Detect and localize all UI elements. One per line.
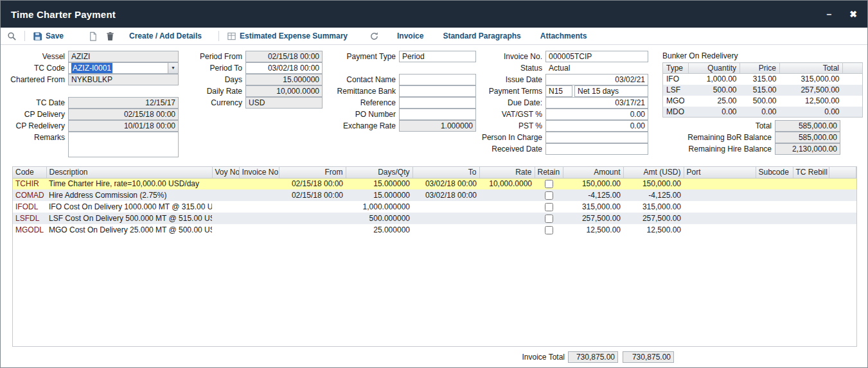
grid-header-rate[interactable]: Rate xyxy=(479,167,535,178)
retain-checkbox[interactable] xyxy=(545,226,553,234)
grid-row[interactable]: TCHIR Time Charter Hire, rate=10,000.00 … xyxy=(13,178,856,189)
po-number-field[interactable] xyxy=(399,109,476,120)
bunker-row[interactable]: IFO 1,000.00 315.00 315,000.00 xyxy=(663,74,863,85)
grid-header-to[interactable]: To xyxy=(412,167,479,178)
pst-row: PST % 0.00 xyxy=(481,120,648,132)
tc-code-dropdown-button[interactable]: ▼ xyxy=(168,63,178,73)
payment-type-row: Payment Type Period xyxy=(335,51,476,62)
bunker-cell-price: 515.00 xyxy=(740,85,780,96)
vessel-row: Vessel AZIZI xyxy=(10,51,179,62)
search-button[interactable] xyxy=(7,31,17,41)
payment-type-field[interactable]: Period xyxy=(399,51,476,62)
vessel-field[interactable]: AZIZI xyxy=(68,51,179,62)
period-to-field[interactable]: 03/02/18 00:00 xyxy=(245,62,323,74)
issue-date-field[interactable]: 03/02/21 xyxy=(545,74,648,85)
bunker-cell-filler xyxy=(843,107,863,118)
cell-invoice-no xyxy=(239,189,279,201)
copy-invoice-button[interactable] xyxy=(88,31,98,41)
cell-retain xyxy=(535,201,563,213)
cp-redelivery-field[interactable]: 10/01/18 00:00 xyxy=(68,120,179,132)
minimize-button[interactable]: – xyxy=(826,10,831,19)
refresh-button[interactable] xyxy=(369,31,379,41)
attachments-button[interactable]: Attachments xyxy=(540,31,587,40)
cell-voy-no xyxy=(212,201,239,213)
received-date-field[interactable] xyxy=(545,143,648,155)
cell-filler xyxy=(829,178,856,189)
cell-to xyxy=(412,201,479,213)
due-date-field[interactable]: 03/17/21 xyxy=(545,97,648,109)
invoice-total-row: Invoice Total 730,875.00 730,875.00 xyxy=(450,351,674,363)
cell-description: LSF Cost On Delivery 500.000 MT @ 515.00… xyxy=(46,213,212,224)
grid-header-code[interactable]: Code xyxy=(13,167,46,178)
remittance-bank-field[interactable] xyxy=(399,85,476,97)
payment-terms-desc-field[interactable]: Net 15 days xyxy=(574,85,648,97)
cp-delivery-field[interactable]: 02/15/18 00:00 xyxy=(68,109,179,120)
grid-header-amount[interactable]: Amount xyxy=(563,167,623,178)
grid-header-amt-usd[interactable]: Amt (USD) xyxy=(623,167,684,178)
currency-field[interactable]: USD xyxy=(245,97,323,109)
delete-button[interactable] xyxy=(105,31,115,41)
charges-grid-panel: Code Description Voy No. Invoice No. Fro… xyxy=(12,166,857,347)
grid-header-retain[interactable]: Retain xyxy=(535,167,563,178)
grid-header-days-qty[interactable]: Days/Qty xyxy=(346,167,412,178)
bunker-row[interactable]: LSF 500.00 515.00 257,500.00 xyxy=(663,85,863,96)
cell-filler xyxy=(829,189,856,201)
remarks-field[interactable] xyxy=(68,132,179,157)
invoice-no-field[interactable]: 000005TCIP xyxy=(545,51,648,62)
grid-header-voy-no[interactable]: Voy No. xyxy=(212,167,239,178)
person-in-charge-field[interactable] xyxy=(545,132,648,143)
close-button[interactable]: ✖ xyxy=(849,10,857,19)
contact-name-field[interactable] xyxy=(399,74,476,85)
tc-date-field[interactable]: 12/15/17 xyxy=(68,97,179,109)
chartered-from-field[interactable]: NYKBULKP xyxy=(68,74,179,85)
vat-gst-field[interactable]: 0.00 xyxy=(545,109,648,120)
create-add-details-button[interactable]: Create / Add Details xyxy=(129,31,202,40)
cell-invoice-no xyxy=(239,224,279,236)
bunker-row[interactable]: MGO 25.00 500.00 12,500.00 xyxy=(663,96,863,107)
grid-row[interactable]: IFODL IFO Cost On Delivery 1000.000 MT @… xyxy=(13,201,856,213)
remarks-label: Remarks xyxy=(10,132,66,143)
standard-paragraphs-button[interactable]: Standard Paragraphs xyxy=(443,31,520,40)
due-date-row: Due Date: 03/17/21 xyxy=(481,97,648,109)
period-from-field[interactable]: 02/15/18 00:00 xyxy=(245,51,323,62)
estimated-expense-summary-button[interactable]: Estimated Expense Summary xyxy=(227,31,348,41)
tc-code-field[interactable]: AZIZ-I0001 ▼ xyxy=(68,62,179,74)
grid-header-invoice-no[interactable]: Invoice No. xyxy=(239,167,279,178)
tc-code-selected-text: AZIZ-I0001 xyxy=(71,63,112,73)
retain-checkbox[interactable] xyxy=(545,180,553,188)
cell-filler xyxy=(829,201,856,213)
bunker-header-total[interactable]: Total xyxy=(780,63,843,74)
grid-header-tc-rebill[interactable]: TC Rebill xyxy=(793,167,829,178)
save-button[interactable]: Save xyxy=(33,31,64,41)
payment-terms-code-field[interactable]: N15 xyxy=(545,85,572,97)
toolbar: Save Create / Add Details Est xyxy=(1,28,867,45)
grid-header-port[interactable]: Port xyxy=(684,167,756,178)
grid-row[interactable]: COMAD Hire Address Commission (2.75%) 02… xyxy=(13,189,856,201)
cell-filler xyxy=(829,213,856,224)
bunker-row[interactable]: MDO 0.00 0.00 0.00 xyxy=(663,107,863,118)
bunker-cell-total: 0.00 xyxy=(780,107,843,118)
bunker-header-type[interactable]: Type xyxy=(663,63,689,74)
retain-checkbox[interactable] xyxy=(545,191,553,200)
grid-header-description[interactable]: Description xyxy=(46,167,212,178)
retain-checkbox[interactable] xyxy=(545,215,553,223)
grid-row[interactable]: LSFDL LSF Cost On Delivery 500.000 MT @ … xyxy=(13,213,856,224)
grid-header-from[interactable]: From xyxy=(279,167,346,178)
daily-rate-field[interactable]: 10,000.0000 xyxy=(245,85,323,97)
bunker-header-quantity[interactable]: Quantity xyxy=(689,63,740,74)
pst-field[interactable]: 0.00 xyxy=(545,120,648,132)
days-field[interactable]: 15.000000 xyxy=(245,74,323,85)
bunker-total-field: 585,000.00 xyxy=(775,120,840,132)
cell-invoice-no xyxy=(239,178,279,189)
bunker-header-price[interactable]: Price xyxy=(740,63,780,74)
reference-field[interactable] xyxy=(399,97,476,109)
grid-header-subcode[interactable]: Subcode xyxy=(756,167,793,178)
retain-checkbox[interactable] xyxy=(545,203,553,211)
person-in-charge-row: Person In Charge xyxy=(481,132,648,143)
invoice-button[interactable]: Invoice xyxy=(397,31,423,40)
currency-label: Currency xyxy=(193,97,244,109)
exchange-rate-field[interactable]: 1.000000 xyxy=(399,120,476,132)
cell-port xyxy=(684,213,756,224)
cell-description: Time Charter Hire, rate=10,000.00 USD/da… xyxy=(46,178,212,189)
grid-row[interactable]: MGODL MGO Cost On Delivery 25.000 MT @ 5… xyxy=(13,224,856,236)
